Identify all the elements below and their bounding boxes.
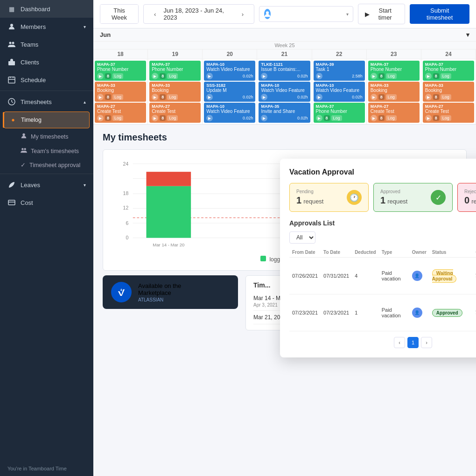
user-name-input[interactable]	[273, 11, 343, 17]
log-button[interactable]: Log	[386, 115, 397, 121]
cal-task[interactable]: MAPA-27 Create Test ▶ 8 Log	[368, 103, 420, 123]
cal-task[interactable]: MAPA-10 Watch Video Feature ▶ 0.02h	[314, 82, 365, 102]
cell-deducted: 1	[352, 294, 379, 331]
submit-timesheet-button[interactable]: Submit timesheet	[410, 4, 469, 24]
sidebar-item-teams[interactable]: Teams	[0, 35, 93, 53]
play-button[interactable]: ▶	[261, 115, 267, 121]
play-button[interactable]: ▶	[261, 73, 267, 79]
log-button[interactable]: Log	[167, 73, 178, 79]
vacation-modal[interactable]: Vacation Approval Pending 1 request 🕐 Ap…	[280, 159, 476, 357]
log-button[interactable]: Log	[112, 73, 123, 79]
play-button[interactable]: ▶	[425, 115, 432, 121]
page-1-button[interactable]: 1	[407, 337, 419, 348]
play-button[interactable]: ▶	[371, 115, 377, 121]
sidebar-item-timesheets[interactable]: Timesheets ▴	[0, 93, 93, 111]
play-button[interactable]: ▶	[371, 94, 377, 100]
play-button[interactable]: ▶	[316, 73, 322, 79]
collapse-icon[interactable]: ▾	[466, 31, 469, 38]
cal-task[interactable]: MAPA-33 Booking ▶ 8 Log	[95, 82, 146, 102]
play-button[interactable]: ▶	[206, 94, 213, 100]
cal-task[interactable]: MAPA-27 Create Test ▶ 8 Log	[423, 103, 474, 123]
cal-task[interactable]: MAPA-33 Booking ▶ 8 Log	[149, 82, 201, 102]
cal-day-21: TLKE-1121 Issue B contains:... ▶ 0.02h M…	[257, 59, 312, 124]
sidebar-item-label: Schedule	[21, 77, 86, 84]
sidebar-item-members[interactable]: Members ▾	[0, 18, 93, 35]
sidebar-item-timelog[interactable]: ● Timelog	[3, 112, 89, 128]
svg-point-0	[10, 24, 13, 27]
cal-task[interactable]: MAPA-37 Phone Number ▶ 8 Log	[149, 61, 201, 81]
svg-text:0: 0	[126, 235, 128, 241]
cal-task[interactable]: MAPA-33 Booking ▶ 8 Log	[368, 82, 420, 102]
play-button[interactable]: ▶	[152, 73, 158, 79]
play-button[interactable]: ▶	[97, 73, 104, 79]
play-button[interactable]: ▶	[97, 94, 104, 100]
prev-page-button[interactable]: ‹	[394, 337, 405, 348]
log-button[interactable]: Log	[331, 115, 342, 121]
play-button[interactable]: ▶	[261, 94, 267, 100]
play-button[interactable]: ▶	[97, 115, 104, 121]
play-button[interactable]: ▶	[316, 94, 322, 100]
play-button[interactable]: ▶	[152, 94, 158, 100]
log-button[interactable]: Log	[441, 115, 451, 121]
log-button[interactable]: Log	[441, 94, 451, 100]
log-button[interactable]: Log	[441, 73, 451, 79]
cal-task[interactable]: MAPA-33 Booking ▶ 8 Log	[423, 82, 474, 102]
cell-to-date: 07/23/2021	[321, 294, 352, 331]
sidebar-item-cost[interactable]: Cost	[0, 194, 93, 211]
log-button[interactable]: Log	[167, 94, 178, 100]
cal-day-24: MAPA-37 Phone Number ▶ 8 Log MAPA-33 Boo…	[421, 59, 476, 124]
log-button[interactable]: Log	[386, 94, 397, 100]
svg-rect-14	[8, 200, 15, 205]
svg-point-1	[9, 42, 12, 44]
sidebar-item-leaves[interactable]: Leaves ▾	[0, 176, 93, 194]
sidebar-item-timesheet-approval[interactable]: ✓ Timesheet approval	[0, 158, 93, 172]
sidebar-item-label: Dashboard	[21, 6, 86, 13]
pending-text: request	[303, 198, 323, 205]
sidebar-item-schedule[interactable]: Schedule	[0, 71, 93, 89]
sidebar-item-teams-timesheets[interactable]: Team's timesheets	[0, 144, 93, 158]
cal-task[interactable]: MAPA-27 Create Test ▶ 8 Log	[95, 103, 146, 123]
play-button[interactable]: ▶	[206, 115, 213, 121]
cal-task[interactable]: MAPA-10 Watch Video Feature ▶ 0.02h	[204, 103, 255, 123]
cal-task[interactable]: MAPA-37 Phone Number ▶ 8 Log	[423, 61, 474, 81]
cal-task[interactable]: MAPA-10 Watch Video Feature ▶ 0.02h	[259, 82, 310, 102]
play-button[interactable]: ▶	[206, 73, 213, 79]
sidebar: ▦ Dashboard Members ▾ Teams Clients Sche…	[0, 0, 93, 476]
prev-date-button[interactable]: ‹	[150, 8, 160, 20]
next-date-button[interactable]: ›	[238, 8, 247, 20]
this-week-button[interactable]: This Week	[100, 5, 138, 23]
cal-task[interactable]: MAPA-37 Phone Number ▶ 8 Log	[95, 61, 146, 81]
cal-task[interactable]: MAPA-27 Create Test ▶ 8 Log	[149, 103, 201, 123]
log-button[interactable]: Log	[112, 115, 123, 121]
play-button[interactable]: ▶	[316, 115, 322, 121]
play-button[interactable]: ▶	[425, 94, 432, 100]
sidebar-footer: You're in Teamboard Time	[0, 461, 93, 476]
approved-label: Approved	[380, 189, 408, 194]
play-button[interactable]: ▶	[152, 115, 158, 121]
col-owner: Owner	[409, 247, 429, 258]
cal-task[interactable]: MAPA-39 Task 1 ▶ 2.58h	[314, 61, 365, 81]
log-button[interactable]: Log	[386, 73, 397, 79]
cal-task[interactable]: MAPA-37 Phone Number ▶ 8 Log	[368, 61, 420, 81]
start-timer-button[interactable]: ▶ Start timer	[358, 4, 405, 24]
sidebar-item-label: Timesheet approval	[29, 162, 80, 168]
cal-task[interactable]: MAPA-37 Phone Number ▶ 8 Log	[314, 103, 365, 123]
rejected-count: 0	[464, 195, 469, 206]
user-select[interactable]: ▾	[259, 6, 353, 22]
cell-deducted: 4	[352, 258, 379, 294]
cal-task[interactable]: SSS-3182 Update M ▶ 0.02h	[204, 82, 255, 102]
cal-task[interactable]: MAPA-35 Invite and Share ▶ 0.02h	[259, 103, 310, 123]
sidebar-item-clients[interactable]: Clients	[0, 53, 93, 71]
cal-task[interactable]: MAPA-10 Watch Video Feature ▶ 0.02h	[204, 61, 255, 81]
sidebar-item-my-timesheets[interactable]: My timesheets	[0, 129, 93, 144]
cal-task[interactable]: TLKE-1121 Issue B contains:... ▶ 0.02h	[259, 61, 310, 81]
approvals-list-title: Approvals List	[289, 219, 476, 227]
log-button[interactable]: Log	[112, 94, 123, 100]
play-button[interactable]: ▶	[425, 73, 432, 79]
log-button[interactable]: Log	[167, 115, 178, 121]
filter-select[interactable]: All	[289, 231, 315, 244]
day-header-22: 22	[312, 49, 367, 59]
next-page-button[interactable]: ›	[421, 337, 432, 348]
play-button[interactable]: ▶	[371, 73, 377, 79]
sidebar-item-dashboard[interactable]: ▦ Dashboard	[0, 0, 93, 18]
